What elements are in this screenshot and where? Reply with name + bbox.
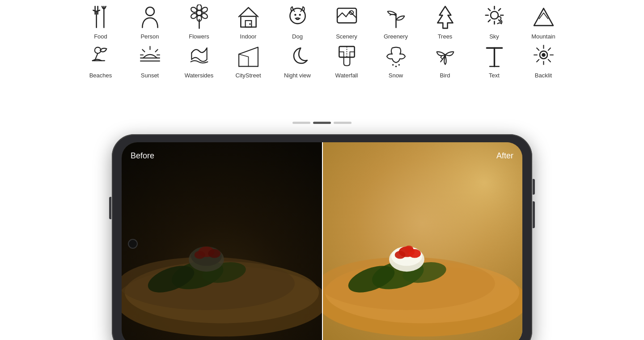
scroll-dot-3 bbox=[334, 122, 352, 124]
svg-line-57 bbox=[548, 48, 550, 50]
sky-icon bbox=[482, 4, 507, 31]
svg-point-18 bbox=[299, 14, 301, 16]
watersides-label: Watersides bbox=[185, 72, 214, 79]
after-food-svg bbox=[322, 142, 522, 340]
trees-label: Trees bbox=[438, 33, 453, 40]
mountain-icon bbox=[531, 4, 556, 31]
svg-line-37 bbox=[155, 50, 157, 52]
icon-item-bird: Bird bbox=[420, 43, 470, 79]
icon-item-dog: Dog bbox=[273, 4, 322, 40]
svg-point-22 bbox=[490, 11, 498, 19]
svg-point-70 bbox=[195, 251, 205, 259]
phone-container: Before bbox=[112, 134, 532, 340]
text-icon bbox=[482, 43, 507, 70]
nightview-label: Night view bbox=[284, 72, 311, 79]
svg-point-50 bbox=[542, 53, 546, 57]
svg-point-69 bbox=[208, 249, 220, 258]
icon-item-scenery: Scenery bbox=[322, 4, 371, 40]
person-label: Person bbox=[140, 33, 159, 40]
svg-point-4 bbox=[146, 7, 154, 16]
scroll-indicators bbox=[292, 122, 352, 124]
phone-side-button-left bbox=[109, 197, 111, 219]
icon-item-citystreet: CityStreet bbox=[224, 43, 273, 79]
icon-item-indoor: Indoor bbox=[224, 4, 273, 40]
svg-line-36 bbox=[142, 50, 144, 52]
backlit-label: Backlit bbox=[535, 72, 552, 79]
phone-side-button-right-bottom bbox=[533, 201, 535, 228]
mountain-label: Mountain bbox=[531, 33, 555, 40]
backlit-icon bbox=[531, 43, 556, 70]
after-label: After bbox=[496, 151, 513, 161]
indoor-label: Indoor bbox=[240, 33, 257, 40]
icon-item-watersides: Watersides bbox=[174, 43, 224, 79]
icon-item-flowers: Flowers bbox=[174, 4, 224, 40]
sunset-label: Sunset bbox=[141, 72, 159, 79]
scroll-dot-1 bbox=[292, 122, 310, 124]
watersides-icon bbox=[187, 43, 212, 70]
before-side: Before bbox=[122, 142, 322, 340]
trees-icon bbox=[433, 4, 458, 31]
icon-item-beaches: Beaches bbox=[76, 43, 125, 79]
before-after-split: Before bbox=[122, 142, 522, 340]
bird-label: Bird bbox=[440, 72, 450, 79]
food-icon bbox=[89, 4, 113, 31]
icon-row-2: Beaches Sunset Watersides bbox=[76, 43, 568, 79]
icon-item-waterfall: Waterfall bbox=[322, 43, 371, 79]
text-label: Text bbox=[489, 72, 500, 79]
icon-row-1: Food Person Flowers bbox=[76, 4, 568, 40]
greenery-label: Greenery bbox=[384, 33, 408, 40]
icon-item-trees: Trees bbox=[420, 4, 470, 40]
sunset-icon bbox=[138, 43, 162, 70]
icon-section: Food Person Flowers bbox=[0, 0, 644, 82]
svg-line-55 bbox=[537, 48, 539, 50]
before-food-svg bbox=[122, 142, 322, 340]
svg-line-56 bbox=[548, 60, 550, 62]
icon-item-mountain: Mountain bbox=[519, 4, 568, 40]
dog-icon bbox=[285, 4, 310, 31]
svg-point-17 bbox=[294, 14, 296, 16]
scroll-dot-2 bbox=[313, 122, 331, 124]
icon-item-snow: Snow bbox=[371, 43, 420, 79]
citystreet-icon bbox=[236, 43, 261, 70]
indoor-icon bbox=[236, 4, 261, 31]
scenery-label: Scenery bbox=[336, 33, 357, 40]
waterfall-icon bbox=[335, 43, 359, 70]
phone-body: Before bbox=[112, 134, 532, 340]
svg-point-16 bbox=[290, 8, 305, 24]
svg-point-83 bbox=[395, 251, 406, 259]
svg-line-58 bbox=[537, 60, 539, 62]
icon-item-person: Person bbox=[125, 4, 174, 40]
sky-label: Sky bbox=[489, 33, 499, 40]
svg-point-44 bbox=[395, 66, 396, 67]
flowers-label: Flowers bbox=[189, 33, 209, 40]
icon-item-sky: Sky bbox=[470, 4, 519, 40]
snow-label: Snow bbox=[389, 72, 403, 79]
icon-item-sunset: Sunset bbox=[125, 43, 174, 79]
svg-point-15 bbox=[249, 23, 250, 25]
svg-rect-13 bbox=[241, 17, 256, 27]
phone-screen: Before bbox=[122, 142, 522, 340]
before-label: Before bbox=[131, 151, 154, 161]
icon-item-nightview: Night view bbox=[273, 43, 322, 79]
dog-label: Dog bbox=[292, 33, 303, 40]
svg-line-29 bbox=[498, 8, 500, 10]
split-divider bbox=[322, 142, 323, 340]
icon-item-backlit: Backlit bbox=[519, 43, 568, 79]
after-side: After bbox=[322, 142, 522, 340]
svg-line-27 bbox=[488, 8, 490, 10]
citystreet-label: CityStreet bbox=[235, 72, 261, 79]
waterfall-label: Waterfall bbox=[335, 72, 358, 79]
bird-icon bbox=[433, 43, 458, 70]
greenery-icon bbox=[384, 4, 408, 31]
flowers-icon bbox=[187, 4, 212, 31]
phone-side-button-right-top bbox=[533, 179, 535, 195]
phone-camera-notch bbox=[128, 239, 138, 249]
beaches-icon bbox=[89, 43, 113, 70]
svg-line-30 bbox=[488, 20, 490, 21]
food-label: Food bbox=[94, 33, 107, 40]
icon-item-greenery: Greenery bbox=[371, 4, 420, 40]
svg-point-43 bbox=[392, 64, 393, 65]
scenery-icon bbox=[335, 4, 359, 31]
beaches-label: Beaches bbox=[89, 72, 112, 79]
svg-point-84 bbox=[405, 246, 414, 253]
